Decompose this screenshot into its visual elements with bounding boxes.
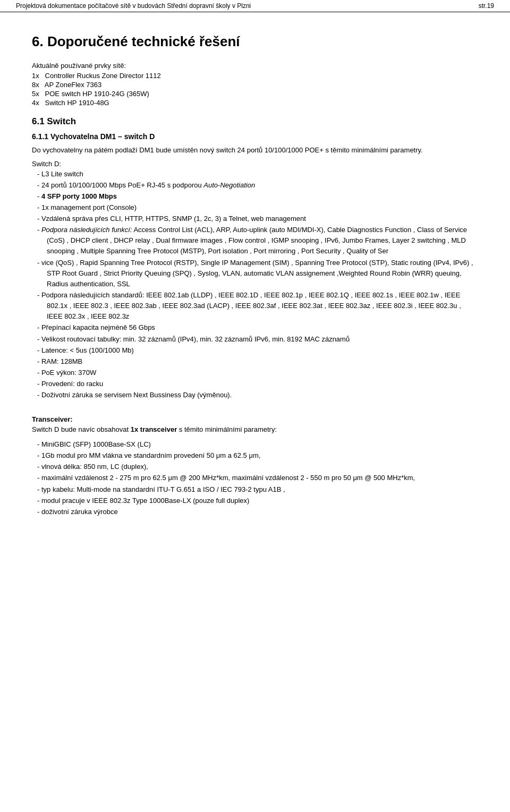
transceiver-header: Transceiver: — [32, 415, 478, 423]
bullet-item: Velikost routovací tabulky: min. 32 zázn… — [37, 334, 478, 345]
bullet-item: Podpora následujících funkcí: Access Con… — [37, 225, 478, 257]
transceiver-list-item: doživotní záruka výrobce — [37, 507, 478, 517]
intro-list: 1x Controller Ruckus Zone Director 11128… — [32, 72, 478, 107]
switch-d-label: Switch D: — [32, 160, 478, 168]
intro-list-item: 8x AP ZoneFlex 7363 — [32, 81, 478, 89]
bullet-item: L3 Lite switch — [37, 169, 478, 180]
transceiver-intro: Switch D bude navíc obsahovat 1x transce… — [32, 424, 478, 435]
body-intro: Do vychovatelny na pátém podlaží DM1 bud… — [32, 145, 478, 156]
bullet-item: Latence: < 5us (100/1000 Mb) — [37, 345, 478, 356]
bullet-item: PoE výkon: 370W — [37, 367, 478, 378]
bullet-list: L3 Lite switch24 portů 10/100/1000 Mbps … — [37, 169, 478, 401]
transceiver-section: Transceiver: Switch D bude navíc obsahov… — [32, 415, 478, 517]
sub-sub-section-title: 6.1.1 Vychovatelna DM1 – switch D — [32, 132, 478, 141]
transceiver-list-item: vlnová délka: 850 nm, LC (duplex), — [37, 461, 478, 472]
header-title: Projektová dokumentace počítačové sítě v… — [16, 2, 251, 10]
bullet-item: 24 portů 10/100/1000 Mbps PoE+ RJ-45 s p… — [37, 180, 478, 191]
transceiver-list-item: 1Gb modul pro MM vlákna ve standardním p… — [37, 450, 478, 461]
intro-list-item: 5x POE switch HP 1910-24G (365W) — [32, 90, 478, 98]
transceiver-list-item: MiniGBIC (SFP) 1000Base-SX (LC) — [37, 439, 478, 450]
bullet-item: Podpora následujících standardů: IEEE 80… — [37, 290, 478, 322]
bullet-item: Přepínací kapacita nejméně 56 Gbps — [37, 322, 478, 333]
transceiver-list-item: modul pracuje v IEEE 802.3z Type 1000Bas… — [37, 495, 478, 506]
bullet-item: 4 SFP porty 1000 Mbps — [37, 191, 478, 202]
transceiver-list: MiniGBIC (SFP) 1000Base-SX (LC)1Gb modul… — [37, 439, 478, 517]
bullet-item: vice (QoS) , Rapid Spanning Tree Protoco… — [37, 258, 478, 289]
intro-list-item: 4x Switch HP 1910-48G — [32, 99, 478, 107]
bullet-item: Doživotní záruka se servisem Next Bussin… — [37, 390, 478, 400]
sub-section-title: 6.1 Switch — [32, 116, 478, 127]
page-content: 6. Doporučené technické řešení Aktuálně … — [0, 12, 510, 536]
page-number: str.19 — [479, 2, 494, 10]
intro-list-item: 1x Controller Ruckus Zone Director 1112 — [32, 72, 478, 80]
bullet-item: RAM: 128MB — [37, 356, 478, 367]
section-title: 6. Doporučené technické řešení — [32, 33, 478, 50]
transceiver-list-item: maximální vzdálenost 2 - 275 m pro 62.5 … — [37, 473, 478, 483]
bullet-item: Vzdálená správa přes CLI, HTTP, HTTPS, S… — [37, 213, 478, 224]
transceiver-list-item: typ kabelu: Multi-mode na standardní ITU… — [37, 484, 478, 495]
bullet-item: 1x management port (Console) — [37, 202, 478, 213]
bullet-item: Provedení: do racku — [37, 379, 478, 389]
page-header: Projektová dokumentace počítačové sítě v… — [0, 0, 510, 12]
intro-label: Aktuálně používané prvky sítě: — [32, 62, 478, 70]
